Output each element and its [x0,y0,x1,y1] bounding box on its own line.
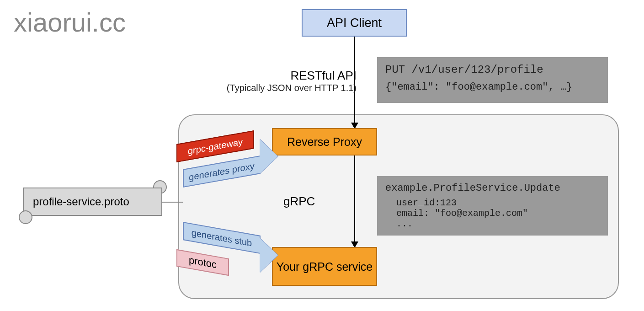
grpc-request-panel: example.ProfileService.Update user_id:12… [377,176,608,236]
api-client-box: API Client [302,9,407,37]
proto-connector-line [162,202,183,203]
grpc-service-box: Your gRPC service [272,247,377,286]
arrow-proxy-to-service-line [354,156,355,247]
watermark-text: xiaorui.cc [14,7,126,38]
grpc-method: example.ProfileService.Update [385,182,600,194]
reverse-proxy-box: Reverse Proxy [272,128,377,156]
restful-subtitle: (Typically JSON over HTTP 1.1) [201,83,357,93]
rest-request-line: PUT /v1/user/123/profile [385,64,600,76]
grpc-field-etc: ... [385,219,600,229]
generates-proxy-arrow-head-icon [260,139,278,174]
grpc-field-email: email: "foo@example.com" [385,208,600,219]
grpc-field-userid: user_id:123 [385,198,600,208]
proto-file-label: profile-service.proto [33,195,129,208]
generates-stub-arrow-head-icon [260,238,278,273]
rest-request-body: {"email": "foo@example.com", …} [385,81,600,93]
scroll-curl-bottom-icon [19,210,32,224]
proto-file-scroll: profile-service.proto [23,188,162,216]
restful-api-label: RESTful API (Typically JSON over HTTP 1.… [201,69,357,93]
restful-title: RESTful API [201,69,357,83]
grpc-label: gRPC [283,194,315,209]
rest-request-panel: PUT /v1/user/123/profile {"email": "foo@… [377,57,608,103]
protoc-label: protoc [189,254,217,271]
